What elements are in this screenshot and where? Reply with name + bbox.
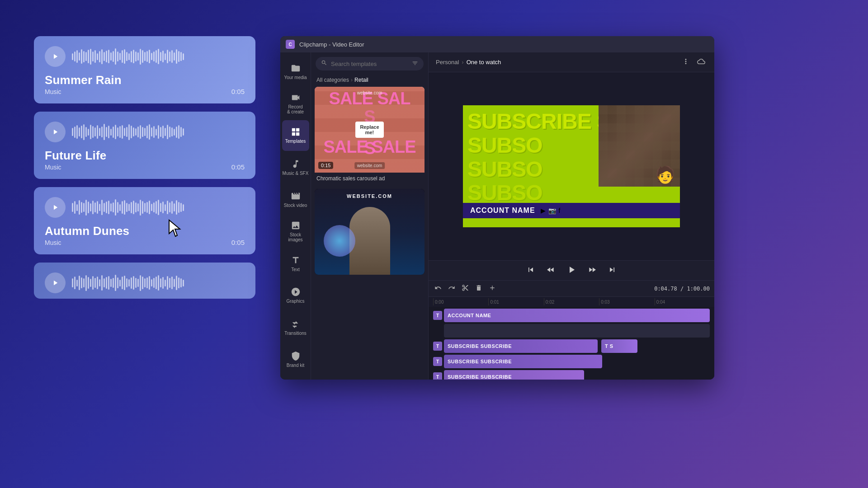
music-card[interactable]: Summer Rain Music 0:05: [34, 36, 255, 103]
skip-back-button[interactable]: [524, 263, 537, 277]
app-icon: C: [286, 40, 295, 49]
template-card-2[interactable]: WEBSITE.COM: [315, 189, 425, 275]
track-content-1[interactable]: ACCOUNT NAME: [444, 309, 710, 322]
mouse-cursor: [167, 219, 182, 239]
cut-button[interactable]: [460, 283, 470, 294]
sidebar-label-music: Music & SFX: [283, 171, 309, 176]
sidebar-item-transitions[interactable]: Transitions: [282, 312, 309, 343]
sidebar: Your media Record& create Templates Musi…: [280, 52, 311, 380]
play-button[interactable]: [45, 46, 66, 67]
track-empty-content: [444, 324, 710, 338]
website-url-bottom: website.com: [354, 162, 385, 169]
add-button[interactable]: [487, 283, 497, 294]
instagram-icon: 📷: [548, 207, 556, 214]
music-subtitle: Music: [45, 239, 129, 246]
waveform: [72, 199, 245, 216]
track-content-2b[interactable]: T S: [601, 339, 637, 353]
title-bar: C Clipchamp - Video Editor: [280, 36, 714, 52]
sidebar-label-transitions: Transitions: [284, 331, 307, 336]
track-subscribe-1: T SUBSCRIBE SUBSCRIBE T S: [433, 339, 710, 353]
breadcrumb-personal[interactable]: Personal: [436, 59, 459, 66]
sidebar-item-templates[interactable]: Templates: [282, 120, 309, 151]
forward-button[interactable]: [586, 263, 599, 277]
waveform: [72, 123, 245, 141]
sidebar-item-stock-video[interactable]: Stock video: [282, 184, 309, 215]
music-subtitle: Music: [45, 164, 107, 171]
template-breadcrumb: All categories › Retail: [311, 75, 428, 87]
account-name-text: ACCOUNT NAME: [470, 206, 535, 215]
music-duration: 0:05: [231, 239, 245, 246]
sidebar-item-brand[interactable]: Brand kit: [282, 344, 309, 375]
facebook-icon: f: [559, 207, 561, 214]
editor-header: Personal › One to watch: [429, 52, 714, 72]
music-card[interactable]: [34, 263, 255, 299]
breadcrumb-project-name: One to watch: [467, 59, 501, 66]
play-button[interactable]: [45, 122, 66, 142]
waveform: [72, 48, 245, 65]
breadcrumb-parent[interactable]: All categories: [316, 77, 349, 83]
search-bar: [316, 57, 424, 70]
search-icon: [321, 60, 327, 68]
ruler-mark-2: 0:02: [544, 298, 599, 305]
sidebar-label-templates: Templates: [285, 139, 306, 144]
social-icons: ▶ 📷 f: [541, 207, 561, 214]
track-content-3[interactable]: SUBSCRIBE SUBSCRIBE: [444, 355, 602, 368]
playback-controls: [429, 260, 714, 280]
timeline-time: 0:04.78 / 1:00.00: [654, 286, 710, 292]
account-name-bar: ACCOUNT NAME ▶ 📷 f: [463, 203, 680, 218]
templates-panel: All categories › Retail SALE SAL S S S: [311, 52, 429, 380]
youtube-icon: ▶: [541, 207, 546, 214]
music-title: Summer Rain: [45, 73, 122, 87]
sidebar-item-stock-images[interactable]: Stock images: [282, 216, 309, 247]
play-button[interactable]: [45, 272, 66, 293]
total-time: 1:00.00: [687, 286, 710, 292]
play-button[interactable]: [45, 197, 66, 218]
play-pause-button[interactable]: [564, 263, 579, 278]
sidebar-label-text: Text: [291, 267, 299, 272]
sidebar-item-text[interactable]: Text: [282, 248, 309, 279]
ruler-mark-0: 0:00: [433, 298, 488, 305]
sidebar-item-record[interactable]: Record& create: [282, 88, 309, 119]
template-preview-2: WEBSITE.COM: [315, 189, 425, 275]
current-time: 0:04.78: [654, 286, 677, 292]
track-icon-4: T: [433, 372, 442, 380]
sidebar-label-stock-video: Stock video: [284, 203, 307, 208]
filter-button[interactable]: [412, 60, 418, 68]
track-account-name: T ACCOUNT NAME: [433, 309, 710, 322]
search-input[interactable]: [331, 61, 408, 67]
ruler-mark-1: 0:01: [488, 298, 543, 305]
skip-forward-button[interactable]: [606, 263, 618, 277]
sidebar-label-brand: Brand kit: [287, 363, 304, 368]
sidebar-item-graphics[interactable]: Graphics: [282, 280, 309, 311]
rewind-button[interactable]: [544, 263, 557, 277]
music-duration: 0:05: [231, 163, 245, 171]
sidebar-label-your-media: Your media: [284, 75, 307, 80]
music-card[interactable]: Future Life Music 0:05: [34, 112, 255, 179]
track-icon-3: T: [433, 357, 442, 366]
delete-button[interactable]: [474, 283, 484, 294]
preview-character: 🧑: [655, 165, 675, 184]
sidebar-item-music[interactable]: Music & SFX: [282, 152, 309, 183]
sidebar-label-record: Record& create: [287, 104, 304, 114]
timeline-ruler: 0:00 0:01 0:02 0:03 0:04: [429, 297, 714, 307]
breadcrumb-current: Retail: [354, 77, 368, 83]
music-duration: 0:05: [231, 88, 245, 95]
ruler-mark-3: 0:03: [599, 298, 654, 305]
redo-button[interactable]: [447, 283, 457, 294]
undo-button[interactable]: [433, 283, 443, 294]
template-card-1[interactable]: SALE SAL S S S SALE SALE Replaceme! webs…: [315, 87, 425, 184]
preview-canvas: SUBSCRIBE SU SUBSO SUBSO SUBSO 🧑 ACCOUNT: [463, 105, 680, 227]
track-icon-1: T: [433, 311, 442, 320]
more-options-button[interactable]: [680, 56, 692, 69]
music-card[interactable]: Autumn Dunes Music 0:05: [34, 187, 255, 254]
cloud-save-button[interactable]: [695, 56, 707, 69]
track-content-2[interactable]: SUBSCRIBE SUBSCRIBE: [444, 339, 598, 353]
template-name-1: Chromatic sales carousel ad: [315, 173, 425, 184]
track-empty: [433, 324, 710, 338]
track-content-4[interactable]: SUBSCRIBE SUBSCRIBE: [444, 370, 584, 380]
timeline: 0:04.78 / 1:00.00 0:00 0:01 0:02 0:03 0:…: [429, 280, 714, 380]
music-title: Future Life: [45, 149, 107, 163]
music-panel: Summer Rain Music 0:05 Future Life Music…: [34, 36, 255, 299]
sidebar-item-your-media[interactable]: Your media: [282, 56, 309, 87]
track-subscribe-3: T SUBSCRIBE SUBSCRIBE: [433, 370, 710, 380]
